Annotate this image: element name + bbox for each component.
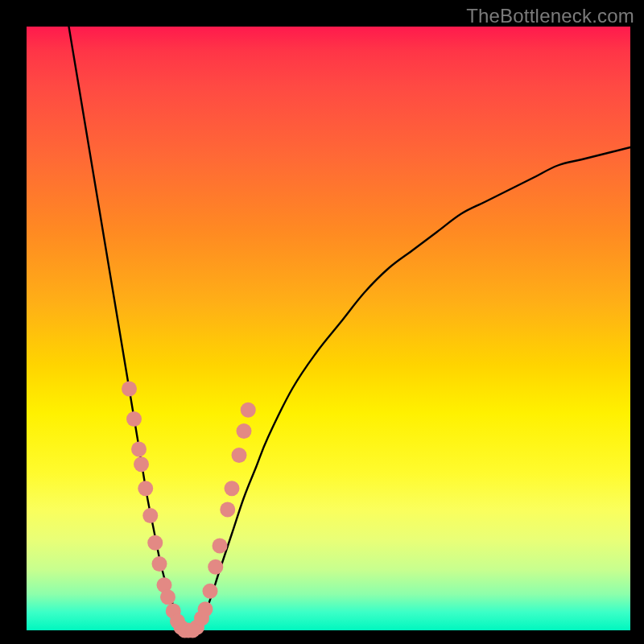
marker-markers-right [198,601,213,617]
marker-markers-right [232,448,247,463]
chart-frame: TheBottleneck.com [0,0,644,644]
marker-markers-left [142,508,158,523]
marker-markers-right [213,539,228,554]
marker-markers-left [147,535,163,551]
plot-area [27,27,630,630]
marker-markers-right [208,559,223,575]
marker-markers-bottom [185,623,200,638]
marker-markers-left [152,556,167,572]
series-curve-right [196,147,630,630]
chart-markers [122,382,256,638]
watermark-text: TheBottleneck.com [466,5,634,27]
marker-markers-right [203,584,218,599]
marker-markers-right [225,481,240,496]
marker-markers-right [220,502,235,518]
marker-markers-left [122,382,137,397]
marker-markers-left [131,442,147,457]
chart-svg [27,27,630,630]
marker-markers-left [138,481,153,496]
marker-markers-left [126,411,142,427]
marker-markers-left [134,456,149,472]
marker-markers-left [160,589,175,605]
series-curve-left [69,27,184,630]
marker-markers-right [237,423,252,439]
marker-markers-right [241,402,256,418]
